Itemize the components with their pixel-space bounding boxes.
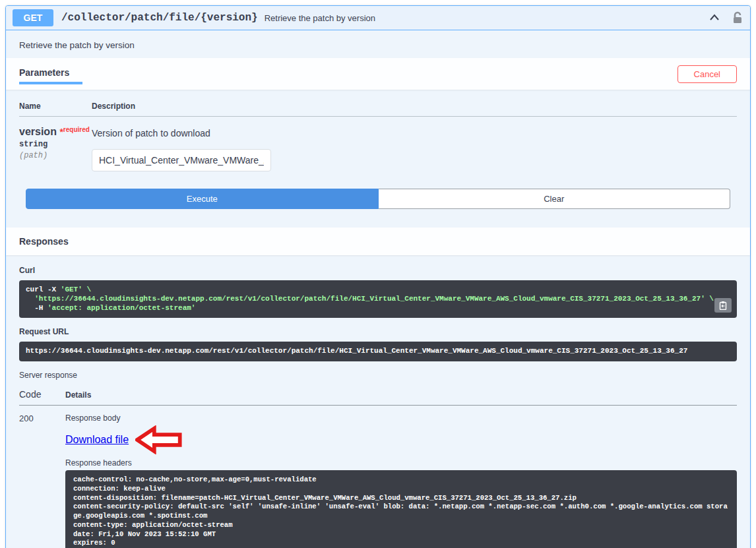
response-table-header: Code Details bbox=[19, 382, 737, 405]
curl-header-arg: 'accept: application/octet-stream' bbox=[47, 304, 195, 312]
column-header-name: Name bbox=[19, 102, 92, 111]
endpoint-path: /collector/patch/file/{version} bbox=[61, 12, 258, 24]
curl-url-arg: 'https://36644.cloudinsights-dev.netapp.… bbox=[26, 295, 730, 304]
curl-command-block: curl -X 'GET' \ 'https://36644.cloudinsi… bbox=[19, 280, 737, 318]
responses-body: Curl curl -X 'GET' \ 'https://36644.clou… bbox=[6, 255, 750, 548]
request-url-block: https://36644.cloudinsights-dev.netapp.c… bbox=[19, 342, 737, 361]
server-response-label: Server response bbox=[19, 371, 737, 380]
curl-method-arg: 'GET' \ bbox=[61, 286, 91, 293]
parameter-type: string bbox=[19, 140, 92, 149]
endpoint-header[interactable]: GET /collector/patch/file/{version} Retr… bbox=[6, 6, 750, 30]
request-url-value: https://36644.cloudinsights-dev.netapp.c… bbox=[26, 347, 730, 356]
parameter-description: Version of patch to download bbox=[92, 128, 737, 138]
required-label: required bbox=[63, 126, 90, 133]
execute-button[interactable]: Execute bbox=[26, 189, 379, 209]
curl-cmd: curl -X bbox=[26, 286, 61, 293]
divider bbox=[19, 116, 737, 117]
response-header-line: cache-control: no-cache,no-store,max-age… bbox=[73, 475, 729, 485]
cancel-button[interactable]: Cancel bbox=[677, 65, 737, 83]
clear-button[interactable]: Clear bbox=[379, 189, 731, 209]
response-header-line: content-security-policy: default-src 'se… bbox=[73, 502, 729, 521]
response-header-line: expires: 0 bbox=[73, 539, 729, 548]
response-row-200: 200 Response body Download file Response… bbox=[19, 406, 737, 548]
execute-row: Execute Clear bbox=[26, 189, 730, 209]
version-input[interactable] bbox=[92, 149, 271, 171]
tab-parameters[interactable]: Parameters bbox=[19, 63, 82, 84]
column-header-code: Code bbox=[19, 389, 65, 400]
response-header-line: date: Fri,10 Nov 2023 15:52:10 GMT bbox=[73, 530, 729, 539]
response-body-label: Response body bbox=[65, 413, 737, 423]
download-file-link[interactable]: Download file bbox=[65, 434, 129, 446]
curl-header-flag: -H bbox=[26, 304, 47, 312]
curl-label: Curl bbox=[19, 266, 737, 275]
chevron-up-icon[interactable] bbox=[708, 11, 721, 24]
responses-section-header: Responses bbox=[6, 228, 750, 255]
parameter-name: version *required bbox=[19, 126, 92, 138]
response-header-line: content-disposition: filename=patch-HCI_… bbox=[73, 494, 729, 503]
response-header-line: content-type: application/octet-stream bbox=[73, 521, 729, 530]
clipboard-icon bbox=[718, 301, 728, 310]
parameter-row-version: version *required string (path) Version … bbox=[19, 119, 737, 171]
parameters-section-header: Parameters Cancel bbox=[6, 58, 750, 90]
column-header-description: Description bbox=[92, 102, 135, 111]
response-header-line: connection: keep-alive bbox=[73, 485, 729, 494]
endpoint-summary: Retrieve the patch by version bbox=[265, 13, 708, 23]
parameter-location: (path) bbox=[19, 151, 92, 160]
unlock-icon[interactable] bbox=[732, 11, 743, 24]
responses-title: Responses bbox=[19, 236, 69, 247]
http-method-badge: GET bbox=[13, 9, 53, 26]
parameters-table: Name Description version *required strin… bbox=[6, 90, 750, 228]
operation-description: Retrieve the patch by version bbox=[6, 30, 750, 58]
operation-block: GET /collector/patch/file/{version} Retr… bbox=[5, 5, 751, 548]
annotation-arrow-icon bbox=[135, 425, 183, 454]
status-code: 200 bbox=[19, 413, 65, 548]
response-headers-block: cache-control: no-cache,no-store,max-age… bbox=[65, 470, 737, 548]
copy-to-clipboard-button[interactable] bbox=[714, 298, 732, 313]
response-headers-label: Response headers bbox=[65, 458, 737, 468]
request-url-label: Request URL bbox=[19, 327, 737, 336]
column-header-details: Details bbox=[65, 390, 91, 400]
